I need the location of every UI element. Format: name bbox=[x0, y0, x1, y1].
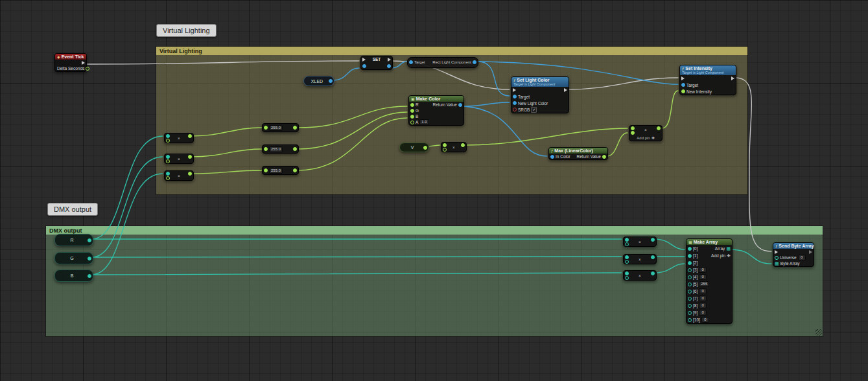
float-pin[interactable] bbox=[631, 126, 635, 130]
node-make-color[interactable]: ▣Make ColorRReturn ValueGBA1.0 bbox=[408, 95, 464, 126]
node-header[interactable]: ƒSend Byte Array bbox=[773, 243, 814, 249]
object-pin[interactable] bbox=[362, 64, 366, 68]
byte-pin[interactable] bbox=[688, 311, 692, 315]
node-g-getter[interactable]: G bbox=[54, 252, 93, 264]
float-pin[interactable] bbox=[423, 146, 427, 150]
comment-title-bar[interactable]: Virtual Lighting bbox=[156, 47, 747, 55]
array-pin-icon[interactable]: ▦ bbox=[775, 261, 779, 266]
float-pin[interactable] bbox=[443, 143, 447, 147]
float-pin[interactable] bbox=[293, 126, 297, 130]
node-header[interactable]: ƒMax (LinearColor) bbox=[549, 148, 607, 154]
float-pin[interactable] bbox=[188, 172, 192, 176]
byte-pin[interactable] bbox=[651, 255, 655, 259]
float-pin[interactable] bbox=[264, 147, 268, 151]
object-pin[interactable] bbox=[473, 60, 476, 64]
float-pin[interactable] bbox=[166, 176, 170, 180]
float-pin[interactable] bbox=[461, 143, 465, 147]
array-pin-icon[interactable]: ▦ bbox=[726, 246, 731, 251]
byte-pin[interactable] bbox=[625, 276, 629, 280]
pin-value-field[interactable]: 0 bbox=[701, 317, 709, 323]
node-multiply-dmx-r[interactable]: × bbox=[623, 237, 657, 247]
float-pin[interactable] bbox=[410, 109, 414, 113]
float-pin[interactable] bbox=[188, 155, 192, 159]
node-multiply-v[interactable]: × bbox=[441, 142, 467, 152]
byte-pin[interactable] bbox=[688, 247, 692, 251]
byte-pin[interactable] bbox=[688, 254, 692, 258]
node-multiply-intensity[interactable]: ×Add pin✚ bbox=[629, 125, 663, 141]
node-scale-g[interactable]: 255.0 bbox=[262, 144, 299, 154]
byte-pin[interactable] bbox=[88, 257, 91, 260]
node-set-light-color[interactable]: ƒSet Light ColorTarget is Light Componen… bbox=[511, 76, 569, 113]
exec-pin[interactable] bbox=[809, 250, 812, 254]
pin-value-field[interactable]: 255 bbox=[699, 281, 709, 287]
int-pin[interactable] bbox=[775, 256, 779, 260]
node-multiply-b[interactable]: × bbox=[164, 170, 194, 181]
byte-pin[interactable] bbox=[625, 242, 629, 246]
object-pin[interactable] bbox=[329, 79, 333, 83]
byte-pin[interactable] bbox=[166, 172, 170, 176]
node-multiply-dmx-b[interactable]: × bbox=[623, 270, 657, 281]
exec-pin[interactable] bbox=[388, 58, 391, 62]
float-pin[interactable] bbox=[410, 115, 414, 119]
byte-pin[interactable] bbox=[688, 275, 692, 279]
pin-value-field[interactable]: 0 bbox=[699, 310, 707, 316]
byte-pin[interactable] bbox=[688, 304, 692, 308]
float-pin[interactable] bbox=[293, 168, 297, 172]
object-pin[interactable] bbox=[513, 95, 517, 98]
node-multiply-r[interactable]: × bbox=[164, 133, 194, 143]
byte-pin[interactable] bbox=[651, 238, 655, 242]
node-header[interactable]: ◈Event Tick bbox=[55, 54, 86, 60]
node-b-getter[interactable]: B bbox=[54, 270, 93, 282]
pin-value-field[interactable]: 255.0 bbox=[269, 168, 283, 174]
object-pin[interactable] bbox=[550, 155, 554, 159]
node-send-byte-array[interactable]: ƒSend Byte ArrayUniverse0▦Byte Array bbox=[773, 242, 814, 267]
byte-pin[interactable] bbox=[688, 297, 692, 301]
add-icon[interactable]: ✚ bbox=[727, 253, 731, 258]
pin-value-field[interactable]: 255.0 bbox=[269, 125, 283, 131]
add-pin-button[interactable]: Add pin✚ bbox=[629, 135, 662, 141]
pin-value-field[interactable]: 1.0 bbox=[419, 119, 428, 125]
node-header[interactable]: ƒSet IntensityTarget is Light Component bbox=[680, 65, 736, 75]
float-pin[interactable] bbox=[410, 103, 414, 107]
byte-pin[interactable] bbox=[688, 261, 692, 265]
exec-pin[interactable] bbox=[775, 250, 778, 254]
byte-pin[interactable] bbox=[688, 318, 692, 322]
byte-pin[interactable] bbox=[688, 268, 692, 272]
float-pin[interactable] bbox=[188, 134, 192, 138]
float-pin[interactable] bbox=[602, 155, 606, 159]
node-scale-b[interactable]: 255.0 bbox=[262, 166, 299, 175]
float-pin[interactable] bbox=[166, 159, 170, 163]
wire-r-up-to-multr[interactable] bbox=[91, 136, 163, 239]
node-xled-getter[interactable]: XLED bbox=[303, 76, 334, 86]
float-pin[interactable] bbox=[681, 89, 685, 93]
byte-pin[interactable] bbox=[88, 274, 91, 278]
float-pin[interactable] bbox=[410, 121, 414, 124]
exec-pin[interactable] bbox=[564, 88, 567, 92]
float-pin[interactable] bbox=[166, 139, 170, 143]
node-set-xled[interactable]: SET bbox=[360, 56, 393, 70]
comment-resize-handle[interactable] bbox=[815, 329, 822, 336]
node-v-getter[interactable]: V bbox=[399, 143, 429, 152]
pin-value-field[interactable]: 0 bbox=[699, 295, 707, 301]
float-pin[interactable] bbox=[657, 126, 661, 130]
pin-value-field[interactable]: 0 bbox=[699, 274, 707, 280]
float-pin[interactable] bbox=[264, 168, 268, 172]
exec-pin[interactable] bbox=[362, 58, 366, 62]
object-pin[interactable] bbox=[681, 83, 685, 87]
byte-pin[interactable] bbox=[688, 283, 692, 286]
pin-value-field[interactable]: 0 bbox=[798, 255, 806, 260]
object-pin[interactable] bbox=[387, 64, 391, 68]
float-pin[interactable] bbox=[443, 148, 447, 152]
node-scale-r[interactable]: 255.0 bbox=[262, 123, 299, 132]
exec-pin[interactable] bbox=[82, 61, 85, 65]
byte-pin[interactable] bbox=[651, 271, 655, 275]
float-pin[interactable] bbox=[264, 126, 268, 130]
node-multiply-g[interactable]: × bbox=[164, 154, 194, 164]
exec-pin[interactable] bbox=[513, 88, 516, 92]
float-pin[interactable] bbox=[86, 67, 89, 71]
comment-title-bar[interactable]: DMX output bbox=[46, 226, 823, 235]
exec-pin[interactable] bbox=[681, 76, 685, 80]
byte-pin[interactable] bbox=[688, 290, 692, 294]
pin-value-field[interactable]: 0 bbox=[699, 303, 707, 308]
node-event-tick[interactable]: ◈Event TickDelta Seconds bbox=[54, 53, 87, 72]
